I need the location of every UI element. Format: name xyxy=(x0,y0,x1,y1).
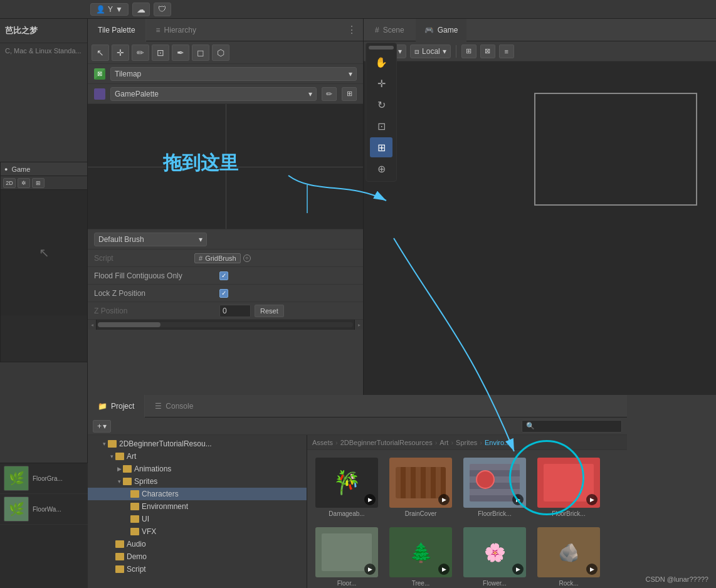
paint-tool[interactable]: ✏ xyxy=(132,45,149,61)
game-mini-mode[interactable]: 2D xyxy=(3,178,16,188)
mouse-cursor-indicator: ↖ xyxy=(39,245,50,260)
gizmo-handle[interactable] xyxy=(369,46,394,50)
asset-thumb-extra-3: 🪨 ▶ xyxy=(537,527,600,577)
eyedropper-tool[interactable]: ✒ xyxy=(172,45,189,61)
gizmo-move-tool[interactable]: ✛ xyxy=(370,73,392,93)
asset-thumb-extra-1: 🌲 ▶ xyxy=(389,527,452,577)
shield-button[interactable]: 🛡 xyxy=(154,3,171,16)
eraser-tool[interactable]: ◻ xyxy=(192,45,209,61)
tree-label-environment: Environmnent xyxy=(142,502,188,511)
tree-item-environment[interactable]: Environmnent xyxy=(88,500,307,513)
grid-brush-tag[interactable]: # GridBrush xyxy=(194,253,241,263)
game-mini-expand[interactable]: ⊞ xyxy=(32,178,45,188)
lock-z-label: Lock Z Position xyxy=(94,289,219,298)
thumb-item-1[interactable]: 🌿 FloorWa... xyxy=(0,494,88,525)
gizmo-hand-tool[interactable]: ✋ xyxy=(370,52,392,72)
tab-tile-palette[interactable]: Tile Palette xyxy=(88,19,146,41)
scene-tool-2[interactable]: ⊠ xyxy=(480,45,495,58)
gizmo-scale-tool[interactable]: ⊡ xyxy=(370,116,392,136)
tab-game[interactable]: 🎮 Game xyxy=(416,19,467,41)
tab-console[interactable]: ☰ Console xyxy=(145,395,203,417)
tab-project[interactable]: 📁 Project xyxy=(88,395,145,417)
tree-item-art[interactable]: ▾ Art xyxy=(88,450,307,463)
flood-fill-checkbox[interactable]: ✓ xyxy=(219,271,228,280)
search-icon: 🔍 xyxy=(526,422,535,430)
move-tool[interactable]: ✛ xyxy=(112,45,129,61)
asset-item-extra-2[interactable]: 🌸 ▶ Flower... xyxy=(460,525,529,588)
tree-folder-root xyxy=(108,440,117,448)
tree-item-root[interactable]: ▾ 2DBeginnerTutorialResou... xyxy=(88,438,307,450)
asset-item-floor[interactable]: ▶ Floor... xyxy=(312,525,381,588)
asset-label-extra-1: Tree... xyxy=(412,580,430,587)
brush-dropdown[interactable]: Default Brush ▾ xyxy=(94,233,207,246)
asset-play-floorbrick-2[interactable]: ▶ xyxy=(586,494,598,505)
scroll-left-button[interactable]: ◂ xyxy=(88,320,97,330)
user-button[interactable]: 👤 Y ▼ xyxy=(90,3,129,16)
z-position-input[interactable] xyxy=(219,305,251,317)
tree-item-vfx[interactable]: VFX xyxy=(88,525,307,538)
thumb-item-0[interactable]: 🌿 FloorGra... xyxy=(0,463,88,494)
tree-item-script[interactable]: Script xyxy=(88,563,307,575)
tab-hierarchy[interactable]: ≡ Hierarchy xyxy=(146,19,206,41)
scene-tool-grid[interactable]: ⊞ xyxy=(461,45,476,58)
asset-thumb-floorbrick-2: ▶ xyxy=(537,458,600,508)
tree-item-animations[interactable]: ▶ Animations xyxy=(88,463,307,475)
asset-item-damageable[interactable]: 🎋 ▶ Damageab... xyxy=(312,455,381,520)
scroll-right-button[interactable]: ▸ xyxy=(354,320,363,330)
cloud-button[interactable]: ☁ xyxy=(132,3,150,16)
breadcrumb-2dbeginnerresources[interactable]: 2DBeginnerTutorialResources xyxy=(340,439,433,446)
fill-tool[interactable]: ⬡ xyxy=(212,45,229,61)
asset-item-extra-1[interactable]: 🌲 ▶ Tree... xyxy=(386,525,455,588)
pointer-tool[interactable]: ↖ xyxy=(92,45,109,61)
game-mini-asterisk[interactable]: ✲ xyxy=(18,178,30,188)
breadcrumb-enviro[interactable]: Enviro... xyxy=(485,439,510,446)
tree-label-script: Script xyxy=(127,565,146,574)
tree-item-demo[interactable]: Demo xyxy=(88,550,307,563)
tree-item-characters[interactable]: Characters xyxy=(88,488,307,500)
breadcrumb-sprites[interactable]: Sprites xyxy=(456,439,477,446)
breadcrumb-assets[interactable]: Assets xyxy=(312,439,333,446)
asset-thumb-draincover: ▶ xyxy=(389,458,452,508)
game-mini-viewport: ↖ xyxy=(1,190,87,315)
thumb-img-0: 🌿 xyxy=(4,466,29,491)
lock-z-checkbox[interactable]: ✓ xyxy=(219,289,228,298)
asset-play-floor[interactable]: ▶ xyxy=(364,564,376,575)
asset-item-floorbrick-2[interactable]: ▶ FloorBrick... xyxy=(534,455,603,520)
tree-item-ui[interactable]: UI xyxy=(88,513,307,525)
asset-play-extra-2[interactable]: ▶ xyxy=(512,564,524,575)
palette-edit-button[interactable]: ✏ xyxy=(322,87,337,101)
script-circle-icon[interactable]: ○ xyxy=(243,255,251,262)
asset-item-extra-3[interactable]: 🪨 ▶ Rock... xyxy=(534,525,603,588)
local-dropdown[interactable]: ⧈ Local ▾ xyxy=(410,45,451,58)
z-position-reset-button[interactable]: Reset xyxy=(255,305,284,317)
panel-menu-button[interactable]: ⋮ xyxy=(340,24,363,36)
asset-play-extra-1[interactable]: ▶ xyxy=(438,564,450,575)
rect-select-tool[interactable]: ⊡ xyxy=(152,45,169,61)
gizmo-transform-tool[interactable]: ⊕ xyxy=(370,159,392,179)
grid-brush-label: GridBrush xyxy=(205,255,236,262)
project-add-button[interactable]: + ▾ xyxy=(93,420,111,433)
scene-tool-3[interactable]: ≡ xyxy=(499,45,514,58)
scroll-thumb[interactable] xyxy=(98,322,161,327)
tab-scene[interactable]: # Scene xyxy=(366,19,413,41)
asset-play-draincover[interactable]: ▶ xyxy=(438,494,450,505)
asset-play-extra-3[interactable]: ▶ xyxy=(586,564,598,575)
asset-play-damageable[interactable]: ▶ xyxy=(364,494,376,505)
palette-grid-button[interactable]: ⊞ xyxy=(342,87,357,101)
tilemap-dropdown[interactable]: Tilemap ▾ xyxy=(110,67,357,81)
gizmo-panel: ✋ ✛ ↻ ⊡ ⊞ ⊕ xyxy=(366,43,397,182)
gizmo-rotate-tool[interactable]: ↻ xyxy=(370,95,392,115)
project-content: ▾ 2DBeginnerTutorialResou... ▾ Art ▶ Ani… xyxy=(88,435,627,588)
asset-item-draincover[interactable]: ▶ DrainCover xyxy=(386,455,455,520)
tile-panel-header: Tile Palette ≡ Hierarchy ⋮ xyxy=(88,19,363,41)
palette-dropdown[interactable]: GamePalette ▾ xyxy=(110,87,317,101)
asset-play-floorbrick-1[interactable]: ▶ xyxy=(512,494,524,505)
draincover-preview xyxy=(396,467,446,498)
tree-item-audio[interactable]: Audio xyxy=(88,538,307,550)
tree-item-sprites[interactable]: ▾ Sprites xyxy=(88,475,307,488)
tile-palette-tab-label: Tile Palette xyxy=(98,26,135,34)
breadcrumb-art[interactable]: Art xyxy=(440,439,448,446)
project-search-box[interactable]: 🔍 xyxy=(522,420,622,433)
gizmo-rect-tool[interactable]: ⊞ xyxy=(370,137,392,157)
asset-item-floorbrick-1[interactable]: ▶ FloorBrick... xyxy=(460,455,529,520)
